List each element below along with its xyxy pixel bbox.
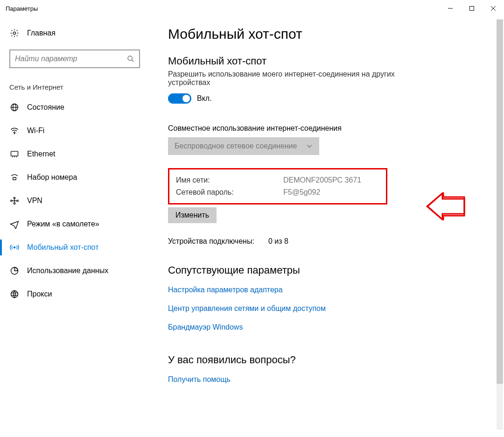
sidebar-item-label: Мобильный хот-спот [27,243,98,252]
proxy-icon [9,289,20,299]
hotspot-icon [9,242,20,253]
close-button[interactable] [483,1,504,16]
svg-point-19 [14,203,15,204]
hotspot-toggle-label: Вкл. [197,94,212,103]
sidebar-item-datausage[interactable]: Использование данных [0,259,149,282]
change-button[interactable]: Изменить [168,207,217,223]
questions-heading: У вас появились вопросы? [168,354,485,366]
gear-icon [9,28,20,38]
sidebar-item-wifi[interactable]: Wi-Fi [0,119,149,142]
svg-point-16 [11,200,12,201]
minimize-button[interactable] [440,1,461,16]
sidebar-item-airplane[interactable]: Режим «в самолете» [0,212,149,236]
link-get-help[interactable]: Получить помощь [168,373,485,387]
svg-point-24 [11,291,18,298]
sidebar-item-hotspot[interactable]: Мобильный хот-спот [0,236,149,259]
sidebar-item-label: Wi-Fi [27,127,44,135]
link-adapter-settings[interactable]: Настройка параметров адаптера [168,283,485,297]
vertical-scrollbar[interactable] [497,19,503,430]
svg-point-5 [128,56,132,60]
network-name-label: Имя сети: [176,176,283,184]
devices-value: 0 из 8 [268,237,288,246]
svg-line-6 [132,60,133,62]
sidebar-item-ethernet[interactable]: Ethernet [0,142,149,166]
search-field[interactable] [15,55,127,63]
share-dropdown-value: Беспроводное сетевое соединение [175,142,297,150]
svg-point-4 [13,32,15,34]
network-password-label: Сетевой пароль: [176,188,283,197]
hotspot-toggle[interactable] [168,93,191,104]
svg-rect-11 [11,151,18,156]
category-label: Сеть и Интернет [0,78,149,96]
sidebar-item-label: Режим «в самолете» [27,220,99,228]
sidebar-item-label: Ethernet [27,150,55,158]
related-heading: Сопутствующие параметры [168,264,485,276]
sidebar-item-proxy[interactable]: Прокси [0,282,149,306]
arrow-callout-icon [425,192,467,220]
sidebar: Главная Сеть и Интернет Состояние Wi-Fi [0,17,149,437]
link-firewall[interactable]: Брандмауэр Windows [168,320,485,334]
home-button[interactable]: Главная [0,24,149,46]
datausage-icon [9,266,20,276]
ethernet-icon [9,149,20,159]
sidebar-item-status[interactable]: Состояние [0,96,149,119]
sidebar-item-vpn[interactable]: VPN [0,189,149,212]
main-content: Мобильный хот-спот Мобильный хот-спот Ра… [149,17,504,437]
svg-point-22 [14,247,15,248]
sidebar-item-label: Использование данных [27,267,108,275]
link-network-center[interactable]: Центр управления сетями и общим доступом [168,302,485,316]
svg-point-10 [14,133,15,134]
network-password-value: F5@5g092 [283,188,320,197]
chevron-down-icon [306,143,313,149]
vpn-icon [9,196,20,206]
sidebar-item-label: Набор номера [27,173,77,182]
dialup-icon [9,172,20,183]
share-label: Совместное использование интернет-соедин… [168,124,485,133]
svg-rect-15 [13,177,16,180]
sidebar-item-dialup[interactable]: Набор номера [0,166,149,189]
hotspot-description: Разрешить использование моего интернет-с… [168,70,411,87]
sidebar-item-label: Состояние [27,103,64,112]
svg-point-18 [14,197,15,199]
window-titlebar: Параметры [0,0,504,17]
svg-rect-1 [470,7,474,11]
sidebar-item-label: Прокси [27,290,52,298]
home-label: Главная [27,29,56,37]
sidebar-item-label: VPN [27,197,42,205]
window-title: Параметры [6,5,38,12]
change-button-label: Изменить [175,211,209,219]
airplane-icon [9,219,20,229]
network-name-value: DEMONF2005PC 3671 [283,176,361,184]
devices-label: Устройства подключены: [168,237,254,246]
globe-icon [9,102,20,113]
page-title: Мобильный хот-спот [168,26,485,42]
share-dropdown[interactable]: Беспроводное сетевое соединение [168,137,319,155]
hotspot-heading: Мобильный хот-спот [168,55,485,67]
svg-point-17 [17,200,18,201]
maximize-button[interactable] [461,1,483,16]
network-info-box: Имя сети: DEMONF2005PC 3671 Сетевой паро… [168,168,387,204]
wifi-icon [9,126,20,136]
scrollbar-thumb[interactable] [497,20,503,384]
search-icon [127,55,134,63]
search-input[interactable] [9,49,140,68]
